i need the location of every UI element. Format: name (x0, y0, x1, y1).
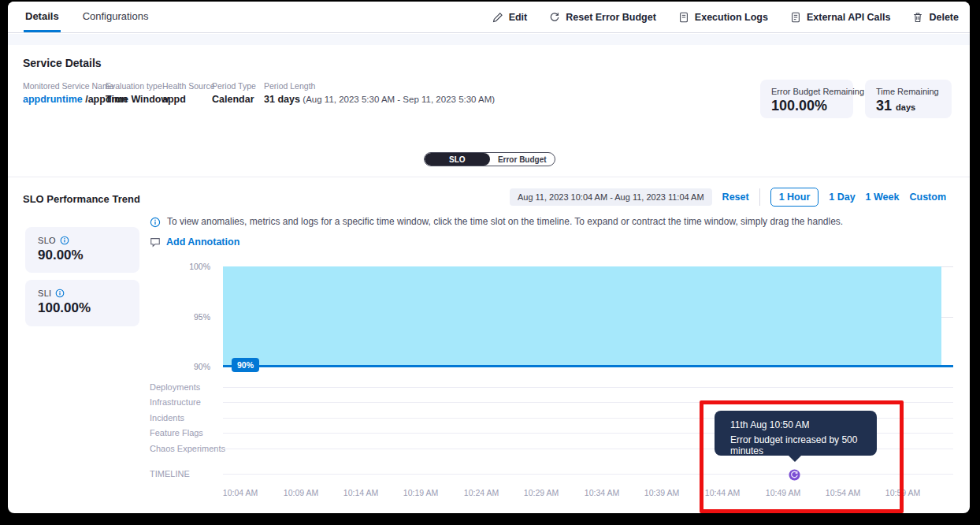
row-label-chaos-experiments: Chaos Experiments (150, 444, 225, 453)
time-remaining-card: Time Remaining 31 days (865, 80, 952, 118)
reset-icon (549, 12, 560, 23)
field-label: Period Type (212, 81, 256, 91)
stat-label: Time Remaining (876, 87, 941, 96)
xtick[interactable]: 10:19 AM (403, 488, 438, 497)
error-budget-remaining-card: Error Budget Remaining 100.00% (760, 80, 853, 118)
reset-marker-icon (789, 469, 800, 481)
row-label-deployments: Deployments (150, 382, 200, 392)
tooltip-text: Error budget increased by 500 minutes (730, 434, 877, 456)
date-range-pill[interactable]: Aug 11, 2023 10:04 AM - Aug 11, 2023 11:… (510, 188, 712, 206)
tooltip-title: 11th Aug 10:50 AM (730, 419, 877, 430)
delete-button[interactable]: Delete (912, 12, 959, 23)
info-icon[interactable] (60, 236, 69, 245)
field-label: Health Source (162, 81, 215, 91)
sli-card-value: 100.00% (38, 300, 127, 316)
xtick[interactable]: 10:39 AM (644, 488, 679, 497)
time-range-controls: Aug 11, 2023 10:04 AM - Aug 11, 2023 11:… (510, 188, 946, 207)
xtick[interactable]: 10:04 AM (223, 488, 258, 497)
pencil-icon (492, 12, 503, 23)
ytick-95: 95% (177, 312, 210, 322)
xtick[interactable]: 10:34 AM (585, 488, 619, 497)
field-period-type: Period Type Calendar (212, 81, 256, 105)
stat-value: 31 (876, 98, 892, 114)
trash-icon (912, 12, 923, 23)
monitored-service-link[interactable]: appdruntime (23, 94, 83, 105)
xtick[interactable]: 10:44 AM (705, 488, 740, 497)
add-annotation-label: Add Annotation (166, 236, 239, 248)
xtick[interactable]: 10:29 AM (524, 488, 559, 497)
field-value: appd (162, 94, 215, 105)
period-1-week[interactable]: 1 Week (866, 192, 900, 203)
toggle-error-budget[interactable]: Error Budget (490, 153, 555, 166)
info-icon[interactable] (55, 289, 65, 298)
page-background-strip (8, 34, 970, 45)
reset-range-link[interactable]: Reset (722, 192, 749, 203)
reset-error-budget-button[interactable]: Reset Error Budget (549, 12, 656, 23)
slo-card-label: SLO (38, 236, 56, 245)
slo-target-badge: 90% (232, 358, 259, 372)
toggle-slo[interactable]: SLO (425, 153, 490, 166)
tab-configurations[interactable]: Configurations (81, 2, 150, 32)
field-period-length: Period Length 31 days (Aug 11, 2023 5:30… (264, 81, 495, 105)
ytick-90: 90% (177, 362, 210, 371)
xtick[interactable]: 10:24 AM (464, 488, 499, 497)
stat-unit: days (896, 102, 915, 112)
period-length-value: 31 days (264, 94, 300, 105)
tab-bar: Details Configurations Edit Reset Error … (8, 2, 970, 33)
field-value: Calendar (212, 94, 256, 105)
field-value: Time Window (106, 94, 169, 105)
sli-area-series[interactable] (223, 266, 941, 367)
reset-error-budget-label: Reset Error Budget (566, 12, 656, 23)
row-label-infrastructure: Infrastructure (150, 397, 201, 407)
add-annotation-button[interactable]: Add Annotation (150, 236, 239, 248)
logs-icon (678, 12, 689, 23)
row-line (223, 387, 953, 388)
api-calls-icon (790, 12, 801, 23)
period-1-hour[interactable]: 1 Hour (770, 188, 819, 207)
row-line (223, 474, 953, 475)
row-label-timeline: TIMELINE (150, 469, 190, 478)
delete-label: Delete (929, 12, 959, 23)
app-window: Details Configurations Edit Reset Error … (8, 2, 970, 513)
execution-logs-button[interactable]: Execution Logs (678, 12, 768, 23)
external-api-calls-button[interactable]: External API Calls (790, 12, 891, 23)
xtick[interactable]: 10:09 AM (284, 488, 318, 497)
timeline-info-banner: To view anomalies, metrics and logs for … (150, 216, 843, 228)
row-line (223, 402, 953, 403)
sli-card: SLI 100.00% (25, 280, 139, 326)
row-label-incidents: Incidents (150, 413, 184, 423)
ytick-100: 100% (177, 262, 210, 271)
tab-details[interactable]: Details (24, 2, 61, 32)
info-text: To view anomalies, metrics and logs for … (167, 216, 843, 227)
annotation-tooltip: 11th Aug 10:50 AM Error budget increased… (715, 411, 877, 456)
field-evaluation-type: Evaluation type Time Window (106, 81, 169, 105)
field-label: Period Length (264, 81, 495, 91)
tabs: Details Configurations (24, 2, 150, 32)
xtick[interactable]: 10:59 AM (885, 488, 920, 497)
error-budget-reset-marker-icon[interactable] (789, 469, 800, 481)
execution-logs-label: Execution Logs (695, 12, 768, 23)
edit-button[interactable]: Edit (492, 12, 528, 23)
header-toolbar: Edit Reset Error Budget Execution Logs E… (492, 2, 959, 32)
xtick[interactable]: 10:14 AM (343, 488, 378, 497)
period-1-day[interactable]: 1 Day (829, 192, 855, 203)
edit-label: Edit (509, 12, 528, 23)
stat-value: 100.00% (771, 98, 842, 114)
xtick[interactable]: 10:49 AM (766, 488, 800, 497)
row-label-feature-flags: Feature Flags (150, 428, 203, 438)
slo-card-value: 90.00% (38, 248, 127, 263)
external-api-calls-label: External API Calls (807, 12, 891, 23)
field-label: Evaluation type (106, 81, 169, 91)
vertical-divider (759, 188, 760, 206)
period-custom[interactable]: Custom (909, 192, 946, 203)
xtick[interactable]: 10:54 AM (826, 488, 860, 497)
field-health-source: Health Source appd (162, 81, 215, 105)
slo-performance-trend-title: SLO Performance Trend (23, 193, 140, 205)
annotation-icon (150, 236, 161, 248)
service-details-title: Service Details (23, 57, 102, 69)
section-divider (8, 177, 970, 177)
info-icon (150, 217, 161, 228)
stat-label: Error Budget Remaining (771, 87, 842, 96)
slo-errorbudget-toggle: SLO Error Budget (424, 152, 555, 166)
period-length-range: (Aug 11, 2023 5:30 AM - Sep 11, 2023 5:3… (303, 95, 495, 104)
